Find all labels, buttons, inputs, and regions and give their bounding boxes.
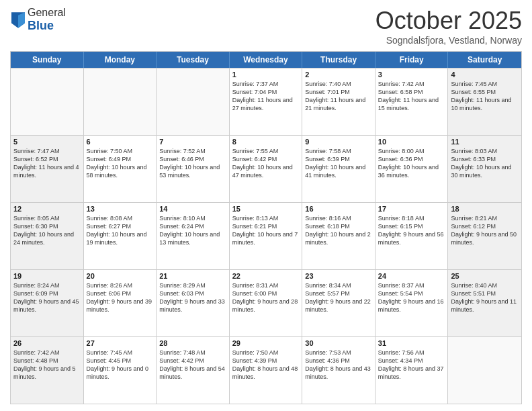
cal-cell: 1Sunrise: 7:37 AMSunset: 7:04 PMDaylight…	[230, 68, 303, 135]
cell-info: Sunrise: 7:53 AMSunset: 4:36 PMDaylight:…	[305, 349, 372, 381]
cal-cell: 21Sunrise: 8:29 AMSunset: 6:03 PMDayligh…	[157, 270, 230, 336]
title-area: October 2025 Sogndalsfjora, Vestland, No…	[375, 7, 522, 46]
calendar-title: October 2025	[375, 7, 522, 35]
cal-cell: 30Sunrise: 7:53 AMSunset: 4:36 PMDayligh…	[302, 337, 375, 404]
cell-info: Sunrise: 7:55 AMSunset: 6:42 PMDaylight:…	[232, 147, 300, 180]
cal-cell: 29Sunrise: 7:50 AMSunset: 4:39 PMDayligh…	[230, 337, 303, 404]
day-number: 23	[305, 272, 372, 280]
cal-header-saturday: Saturday	[448, 52, 521, 68]
cell-info: Sunrise: 7:56 AMSunset: 4:34 PMDaylight:…	[378, 349, 445, 381]
day-number: 15	[232, 205, 300, 213]
day-number: 16	[305, 205, 372, 213]
cell-info: Sunrise: 8:16 AMSunset: 6:18 PMDaylight:…	[305, 214, 372, 247]
logo: General Blue	[10, 7, 66, 33]
day-number: 22	[232, 272, 300, 280]
day-number: 30	[305, 339, 372, 347]
cal-week-4: 26Sunrise: 7:42 AMSunset: 4:48 PMDayligh…	[11, 336, 521, 404]
cell-info: Sunrise: 7:42 AMSunset: 6:58 PMDaylight:…	[378, 80, 445, 113]
day-number: 4	[451, 71, 519, 79]
cal-cell	[84, 68, 157, 135]
cal-cell	[157, 68, 230, 135]
day-number: 14	[159, 205, 226, 213]
cal-cell: 15Sunrise: 8:13 AMSunset: 6:21 PMDayligh…	[230, 203, 303, 269]
cal-cell: 2Sunrise: 7:40 AMSunset: 7:01 PMDaylight…	[302, 68, 375, 135]
cell-info: Sunrise: 7:47 AMSunset: 6:52 PMDaylight:…	[13, 147, 81, 180]
cal-cell: 28Sunrise: 7:48 AMSunset: 4:42 PMDayligh…	[157, 337, 230, 404]
cell-info: Sunrise: 7:45 AMSunset: 4:45 PMDaylight:…	[87, 349, 154, 381]
cal-cell: 27Sunrise: 7:45 AMSunset: 4:45 PMDayligh…	[84, 337, 157, 404]
cal-cell	[448, 337, 521, 404]
cal-cell	[11, 68, 84, 135]
cal-cell: 19Sunrise: 8:24 AMSunset: 6:09 PMDayligh…	[11, 270, 84, 336]
day-number: 10	[378, 138, 445, 146]
cell-info: Sunrise: 8:40 AMSunset: 5:51 PMDaylight:…	[451, 281, 519, 314]
cell-info: Sunrise: 8:03 AMSunset: 6:33 PMDaylight:…	[451, 147, 519, 180]
cell-info: Sunrise: 8:21 AMSunset: 6:12 PMDaylight:…	[451, 214, 519, 247]
day-number: 6	[87, 138, 154, 146]
cal-cell: 10Sunrise: 8:00 AMSunset: 6:36 PMDayligh…	[375, 136, 449, 202]
cal-cell: 11Sunrise: 8:03 AMSunset: 6:33 PMDayligh…	[448, 136, 521, 202]
cal-cell: 26Sunrise: 7:42 AMSunset: 4:48 PMDayligh…	[11, 337, 84, 404]
cal-week-1: 5Sunrise: 7:47 AMSunset: 6:52 PMDaylight…	[11, 135, 521, 202]
cal-cell: 12Sunrise: 8:05 AMSunset: 6:30 PMDayligh…	[11, 203, 84, 269]
cell-info: Sunrise: 7:37 AMSunset: 7:04 PMDaylight:…	[232, 80, 300, 113]
header: General Blue October 2025 Sogndalsfjora,…	[10, 7, 522, 46]
cell-info: Sunrise: 7:52 AMSunset: 6:46 PMDaylight:…	[159, 147, 226, 180]
cell-info: Sunrise: 7:45 AMSunset: 6:55 PMDaylight:…	[451, 80, 519, 113]
cell-info: Sunrise: 7:50 AMSunset: 6:49 PMDaylight:…	[87, 147, 154, 180]
cell-info: Sunrise: 7:40 AMSunset: 7:01 PMDaylight:…	[305, 80, 372, 113]
day-number: 8	[232, 138, 300, 146]
day-number: 5	[13, 138, 81, 146]
day-number: 24	[378, 272, 445, 280]
cal-cell: 22Sunrise: 8:31 AMSunset: 6:00 PMDayligh…	[230, 270, 303, 336]
cal-header-thursday: Thursday	[302, 52, 375, 68]
cal-cell: 9Sunrise: 7:58 AMSunset: 6:39 PMDaylight…	[302, 136, 375, 202]
cal-cell: 8Sunrise: 7:55 AMSunset: 6:42 PMDaylight…	[230, 136, 303, 202]
day-number: 7	[159, 138, 226, 146]
cal-cell: 24Sunrise: 8:37 AMSunset: 5:54 PMDayligh…	[375, 270, 449, 336]
cal-cell: 13Sunrise: 8:08 AMSunset: 6:27 PMDayligh…	[84, 203, 157, 269]
cell-info: Sunrise: 7:50 AMSunset: 4:39 PMDaylight:…	[232, 349, 300, 381]
day-number: 17	[378, 205, 445, 213]
cal-cell: 20Sunrise: 8:26 AMSunset: 6:06 PMDayligh…	[84, 270, 157, 336]
cal-week-0: 1Sunrise: 7:37 AMSunset: 7:04 PMDaylight…	[11, 68, 521, 135]
cal-cell: 17Sunrise: 8:18 AMSunset: 6:15 PMDayligh…	[375, 203, 449, 269]
day-number: 1	[232, 71, 300, 79]
cal-header-tuesday: Tuesday	[157, 52, 230, 68]
calendar-header-row: SundayMondayTuesdayWednesdayThursdayFrid…	[11, 52, 521, 68]
day-number: 21	[159, 272, 226, 280]
cal-cell: 7Sunrise: 7:52 AMSunset: 6:46 PMDaylight…	[157, 136, 230, 202]
calendar: SundayMondayTuesdayWednesdayThursdayFrid…	[10, 51, 522, 404]
day-number: 19	[13, 272, 81, 280]
day-number: 12	[13, 205, 81, 213]
day-number: 9	[305, 138, 372, 146]
day-number: 31	[378, 339, 445, 347]
cal-cell: 16Sunrise: 8:16 AMSunset: 6:18 PMDayligh…	[302, 203, 375, 269]
cal-header-sunday: Sunday	[11, 52, 84, 68]
day-number: 3	[378, 71, 445, 79]
calendar-body: 1Sunrise: 7:37 AMSunset: 7:04 PMDaylight…	[11, 68, 521, 404]
cal-cell: 4Sunrise: 7:45 AMSunset: 6:55 PMDaylight…	[448, 68, 521, 135]
cell-info: Sunrise: 8:29 AMSunset: 6:03 PMDaylight:…	[159, 281, 226, 314]
logo-text: General Blue	[28, 7, 66, 33]
day-number: 29	[232, 339, 300, 347]
cell-info: Sunrise: 8:08 AMSunset: 6:27 PMDaylight:…	[87, 214, 154, 247]
day-number: 18	[451, 205, 519, 213]
cal-cell: 3Sunrise: 7:42 AMSunset: 6:58 PMDaylight…	[375, 68, 449, 135]
day-number: 11	[451, 138, 519, 146]
day-number: 25	[451, 272, 519, 280]
cal-header-friday: Friday	[375, 52, 449, 68]
cell-info: Sunrise: 8:13 AMSunset: 6:21 PMDaylight:…	[232, 214, 300, 247]
cell-info: Sunrise: 8:31 AMSunset: 6:00 PMDaylight:…	[232, 281, 300, 314]
cal-cell: 31Sunrise: 7:56 AMSunset: 4:34 PMDayligh…	[375, 337, 449, 404]
cal-cell: 25Sunrise: 8:40 AMSunset: 5:51 PMDayligh…	[448, 270, 521, 336]
cal-cell: 18Sunrise: 8:21 AMSunset: 6:12 PMDayligh…	[448, 203, 521, 269]
cal-header-wednesday: Wednesday	[230, 52, 303, 68]
day-number: 27	[87, 339, 154, 347]
day-number: 2	[305, 71, 372, 79]
day-number: 26	[13, 339, 81, 347]
cal-week-2: 12Sunrise: 8:05 AMSunset: 6:30 PMDayligh…	[11, 202, 521, 269]
day-number: 13	[87, 205, 154, 213]
cell-info: Sunrise: 7:48 AMSunset: 4:42 PMDaylight:…	[159, 349, 226, 381]
cal-cell: 14Sunrise: 8:10 AMSunset: 6:24 PMDayligh…	[157, 203, 230, 269]
